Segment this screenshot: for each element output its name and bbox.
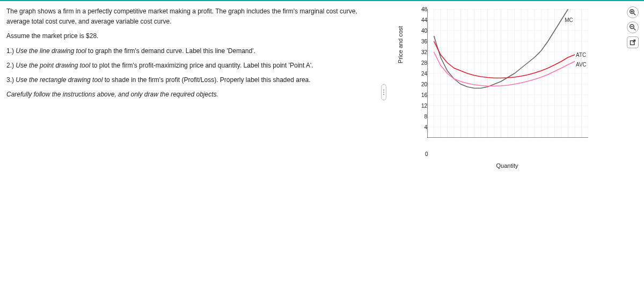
drag-handle-icon[interactable] [381, 84, 386, 100]
chart-toolbar [627, 6, 639, 48]
y-axis-label: Price and cost [397, 26, 404, 63]
chart-panel: Price and cost Quantity 4812162024283236… [392, 1, 644, 290]
zoom-in-button[interactable] [627, 6, 639, 18]
svg-line-1 [634, 13, 636, 16]
y-tick: 32 [416, 49, 427, 55]
y-tick: 8 [416, 114, 427, 120]
chart-area[interactable]: Price and cost Quantity 4812162024283236… [419, 9, 596, 148]
step-3: 3.) Use the rectangle drawing tool to sh… [6, 75, 369, 85]
avc-label: AVC [576, 62, 587, 68]
zoom-out-icon [630, 24, 636, 31]
y-tick: 36 [416, 39, 427, 44]
x-origin-label: 0 [425, 151, 428, 157]
x-axis-label: Quantity [496, 162, 518, 169]
step-1: 1.) Use the line drawing tool to graph t… [6, 46, 369, 56]
avc-curve [434, 52, 575, 86]
y-tick: 44 [416, 17, 427, 23]
panel-divider[interactable] [376, 1, 392, 183]
y-tick: 48 [416, 6, 427, 12]
instructions-panel: The graph shows a firm in a perfectly co… [0, 1, 376, 290]
y-tick: 20 [416, 81, 427, 87]
y-tick: 16 [416, 92, 427, 98]
careful-text: Carefully follow the instructions above,… [6, 90, 369, 100]
y-tick: 4 [416, 124, 427, 130]
y-tick: 12 [416, 103, 427, 109]
y-tick: 40 [416, 28, 427, 34]
assume-text: Assume the market price is $28. [6, 31, 369, 41]
popout-icon [630, 39, 636, 46]
y-tick: 24 [416, 71, 427, 77]
zoom-out-button[interactable] [627, 21, 639, 33]
step-2: 2.) Use the point drawing tool to plot t… [6, 61, 369, 71]
atc-label: ATC [576, 52, 586, 58]
intro-text: The graph shows a firm in a perfectly co… [6, 6, 369, 27]
y-tick: 28 [416, 60, 427, 66]
y-tick-labels: 4812162024283236404448 [416, 9, 427, 138]
popout-button[interactable] [627, 36, 639, 48]
zoom-in-icon [630, 9, 636, 16]
mc-label: MC [565, 17, 573, 23]
svg-line-5 [634, 28, 636, 31]
atc-curve [434, 41, 575, 78]
chart-plot[interactable] [427, 9, 588, 138]
